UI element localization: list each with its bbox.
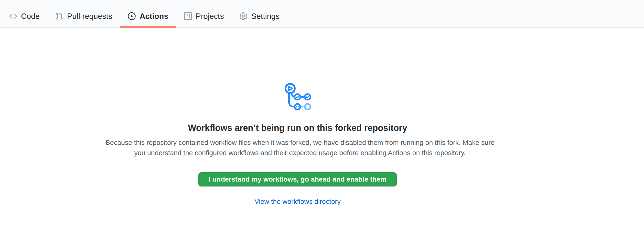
- tab-label: Code: [21, 12, 40, 21]
- enable-workflows-button[interactable]: I understand my workflows, go ahead and …: [198, 172, 397, 186]
- project-icon: [184, 12, 192, 20]
- blankslate-title: Workflows aren’t being run on this forke…: [102, 122, 493, 134]
- gear-icon: [240, 12, 247, 20]
- tab-label: Projects: [196, 12, 224, 21]
- tab-label: Actions: [140, 12, 168, 21]
- play-icon: [128, 12, 136, 20]
- tab-pull-requests[interactable]: Pull requests: [48, 0, 120, 28]
- workflow-graph-icon: [283, 82, 312, 111]
- code-icon: [9, 12, 17, 20]
- blankslate: Workflows aren’t being run on this forke…: [102, 28, 493, 206]
- tab-label: Settings: [251, 12, 280, 21]
- tab-projects[interactable]: Projects: [176, 0, 232, 28]
- blankslate-description: Because this repository contained workfl…: [102, 137, 498, 158]
- tab-code[interactable]: Code: [2, 0, 48, 28]
- tab-actions[interactable]: Actions: [120, 0, 176, 28]
- git-pull-request-icon: [56, 12, 63, 20]
- actions-blankslate-page: Workflows aren’t being run on this forke…: [0, 28, 644, 206]
- repo-tab-nav: Code Pull requests Actions Projects Sett…: [0, 0, 644, 28]
- workflows-directory-link[interactable]: View the workflows directory: [254, 198, 341, 205]
- workflows-link-row: View the workflows directory: [102, 197, 493, 206]
- tab-settings[interactable]: Settings: [232, 0, 287, 28]
- tab-label: Pull requests: [67, 12, 112, 21]
